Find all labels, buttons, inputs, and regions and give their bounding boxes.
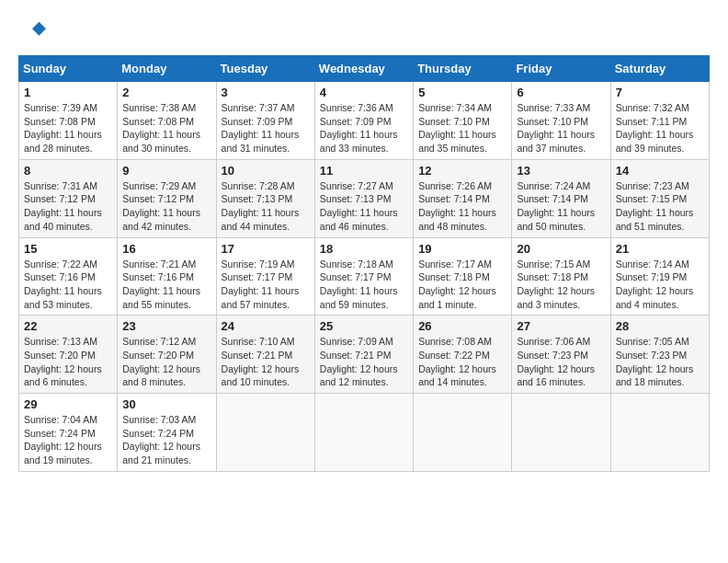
- calendar-day-cell: 10 Sunrise: 7:28 AMSunset: 7:13 PMDaylig…: [216, 159, 314, 237]
- page-header: [18, 18, 710, 46]
- day-detail: Sunrise: 7:24 AMSunset: 7:14 PMDaylight:…: [517, 180, 595, 232]
- day-detail: Sunrise: 7:32 AMSunset: 7:11 PMDaylight:…: [616, 102, 694, 154]
- calendar-day-cell: 20 Sunrise: 7:15 AMSunset: 7:18 PMDaylig…: [512, 237, 610, 316]
- day-number: 15: [24, 242, 112, 256]
- day-detail: Sunrise: 7:28 AMSunset: 7:13 PMDaylight:…: [222, 180, 300, 232]
- day-number: 10: [222, 164, 310, 178]
- calendar-week-row: 29 Sunrise: 7:04 AMSunset: 7:24 PMDaylig…: [19, 394, 710, 472]
- day-detail: Sunrise: 7:21 AMSunset: 7:16 PMDaylight:…: [122, 259, 200, 310]
- day-detail: Sunrise: 7:27 AMSunset: 7:13 PMDaylight:…: [320, 180, 398, 232]
- day-detail: Sunrise: 7:17 AMSunset: 7:18 PMDaylight:…: [418, 259, 496, 310]
- weekday-header-saturday: Saturday: [610, 56, 709, 82]
- calendar-day-cell: 23 Sunrise: 7:12 AMSunset: 7:20 PMDaylig…: [118, 316, 216, 394]
- day-number: 25: [320, 319, 408, 333]
- calendar-week-row: 8 Sunrise: 7:31 AMSunset: 7:12 PMDayligh…: [19, 159, 710, 237]
- day-number: 30: [122, 397, 210, 411]
- day-detail: Sunrise: 7:22 AMSunset: 7:16 PMDaylight:…: [24, 259, 102, 310]
- calendar-day-cell: 18 Sunrise: 7:18 AMSunset: 7:17 PMDaylig…: [314, 237, 413, 316]
- day-number: 11: [320, 164, 408, 178]
- day-number: 12: [418, 164, 506, 178]
- calendar-day-cell: 13 Sunrise: 7:24 AMSunset: 7:14 PMDaylig…: [512, 159, 610, 237]
- day-number: 3: [222, 86, 310, 99]
- calendar-day-cell: 27 Sunrise: 7:06 AMSunset: 7:23 PMDaylig…: [512, 316, 610, 394]
- weekday-header-monday: Monday: [118, 56, 216, 82]
- calendar-day-cell: 3 Sunrise: 7:37 AMSunset: 7:09 PMDayligh…: [216, 82, 314, 160]
- day-detail: Sunrise: 7:15 AMSunset: 7:18 PMDaylight:…: [517, 259, 595, 310]
- day-detail: Sunrise: 7:19 AMSunset: 7:17 PMDaylight:…: [222, 259, 300, 310]
- day-detail: Sunrise: 7:03 AMSunset: 7:24 PMDaylight:…: [122, 414, 200, 465]
- calendar-day-cell: [610, 394, 709, 472]
- calendar-day-cell: 14 Sunrise: 7:23 AMSunset: 7:15 PMDaylig…: [610, 159, 709, 237]
- calendar-day-cell: 21 Sunrise: 7:14 AMSunset: 7:19 PMDaylig…: [610, 237, 709, 316]
- day-detail: Sunrise: 7:06 AMSunset: 7:23 PMDaylight:…: [517, 336, 595, 387]
- weekday-header-sunday: Sunday: [19, 56, 118, 82]
- calendar-day-cell: 29 Sunrise: 7:04 AMSunset: 7:24 PMDaylig…: [19, 394, 118, 472]
- day-number: 22: [24, 319, 112, 333]
- calendar-day-cell: 15 Sunrise: 7:22 AMSunset: 7:16 PMDaylig…: [19, 237, 118, 316]
- calendar-day-cell: [414, 394, 512, 472]
- day-detail: Sunrise: 7:12 AMSunset: 7:20 PMDaylight:…: [122, 336, 200, 387]
- day-number: 5: [418, 86, 506, 99]
- weekday-header-wednesday: Wednesday: [314, 56, 413, 82]
- day-number: 4: [320, 86, 408, 99]
- day-number: 1: [24, 86, 112, 99]
- day-number: 14: [616, 164, 704, 178]
- day-number: 21: [616, 242, 704, 256]
- calendar-day-cell: 9 Sunrise: 7:29 AMSunset: 7:12 PMDayligh…: [118, 159, 216, 237]
- calendar-day-cell: [314, 394, 413, 472]
- calendar-day-cell: 6 Sunrise: 7:33 AMSunset: 7:10 PMDayligh…: [512, 82, 610, 160]
- calendar-day-cell: 1 Sunrise: 7:39 AMSunset: 7:08 PMDayligh…: [19, 82, 118, 160]
- svg-marker-0: [32, 22, 46, 36]
- day-number: 18: [320, 242, 408, 256]
- day-detail: Sunrise: 7:10 AMSunset: 7:21 PMDaylight:…: [222, 336, 300, 387]
- day-detail: Sunrise: 7:18 AMSunset: 7:17 PMDaylight:…: [320, 259, 398, 310]
- calendar-week-row: 22 Sunrise: 7:13 AMSunset: 7:20 PMDaylig…: [19, 316, 710, 394]
- day-number: 2: [122, 86, 210, 99]
- day-detail: Sunrise: 7:38 AMSunset: 7:08 PMDaylight:…: [122, 102, 200, 154]
- day-detail: Sunrise: 7:37 AMSunset: 7:09 PMDaylight:…: [222, 102, 300, 154]
- day-detail: Sunrise: 7:39 AMSunset: 7:08 PMDaylight:…: [24, 102, 102, 154]
- calendar-day-cell: 7 Sunrise: 7:32 AMSunset: 7:11 PMDayligh…: [610, 82, 709, 160]
- weekday-header-tuesday: Tuesday: [216, 56, 314, 82]
- weekday-header-thursday: Thursday: [414, 56, 512, 82]
- calendar-day-cell: 30 Sunrise: 7:03 AMSunset: 7:24 PMDaylig…: [118, 394, 216, 472]
- calendar-day-cell: 5 Sunrise: 7:34 AMSunset: 7:10 PMDayligh…: [414, 82, 512, 160]
- calendar-day-cell: [512, 394, 610, 472]
- calendar-day-cell: 22 Sunrise: 7:13 AMSunset: 7:20 PMDaylig…: [19, 316, 118, 394]
- day-detail: Sunrise: 7:04 AMSunset: 7:24 PMDaylight:…: [24, 414, 102, 465]
- calendar-day-cell: 24 Sunrise: 7:10 AMSunset: 7:21 PMDaylig…: [216, 316, 314, 394]
- calendar-week-row: 15 Sunrise: 7:22 AMSunset: 7:16 PMDaylig…: [19, 237, 710, 316]
- day-detail: Sunrise: 7:31 AMSunset: 7:12 PMDaylight:…: [24, 180, 102, 232]
- calendar-day-cell: 19 Sunrise: 7:17 AMSunset: 7:18 PMDaylig…: [414, 237, 512, 316]
- calendar-day-cell: [216, 394, 314, 472]
- calendar-day-cell: 25 Sunrise: 7:09 AMSunset: 7:21 PMDaylig…: [314, 316, 413, 394]
- day-number: 7: [616, 86, 704, 99]
- day-detail: Sunrise: 7:34 AMSunset: 7:10 PMDaylight:…: [418, 102, 496, 154]
- day-detail: Sunrise: 7:09 AMSunset: 7:21 PMDaylight:…: [320, 336, 398, 387]
- day-number: 29: [24, 397, 112, 411]
- day-number: 13: [517, 164, 605, 178]
- day-number: 9: [122, 164, 210, 178]
- day-detail: Sunrise: 7:23 AMSunset: 7:15 PMDaylight:…: [616, 180, 694, 232]
- logo-icon: [18, 18, 46, 46]
- day-number: 17: [222, 242, 310, 256]
- calendar-day-cell: 11 Sunrise: 7:27 AMSunset: 7:13 PMDaylig…: [314, 159, 413, 237]
- calendar-day-cell: 16 Sunrise: 7:21 AMSunset: 7:16 PMDaylig…: [118, 237, 216, 316]
- day-number: 26: [418, 319, 506, 333]
- day-number: 8: [24, 164, 112, 178]
- calendar-day-cell: 12 Sunrise: 7:26 AMSunset: 7:14 PMDaylig…: [414, 159, 512, 237]
- day-number: 6: [517, 86, 605, 99]
- calendar-week-row: 1 Sunrise: 7:39 AMSunset: 7:08 PMDayligh…: [19, 82, 710, 160]
- day-detail: Sunrise: 7:33 AMSunset: 7:10 PMDaylight:…: [517, 102, 595, 154]
- calendar-table: SundayMondayTuesdayWednesdayThursdayFrid…: [18, 55, 710, 472]
- day-detail: Sunrise: 7:08 AMSunset: 7:22 PMDaylight:…: [418, 336, 496, 387]
- day-detail: Sunrise: 7:05 AMSunset: 7:23 PMDaylight:…: [616, 336, 694, 387]
- day-detail: Sunrise: 7:36 AMSunset: 7:09 PMDaylight:…: [320, 102, 398, 154]
- day-number: 16: [122, 242, 210, 256]
- day-number: 19: [418, 242, 506, 256]
- calendar-day-cell: 8 Sunrise: 7:31 AMSunset: 7:12 PMDayligh…: [19, 159, 118, 237]
- day-detail: Sunrise: 7:26 AMSunset: 7:14 PMDaylight:…: [418, 180, 496, 232]
- day-detail: Sunrise: 7:13 AMSunset: 7:20 PMDaylight:…: [24, 336, 102, 387]
- day-number: 28: [616, 319, 704, 333]
- calendar-day-cell: 17 Sunrise: 7:19 AMSunset: 7:17 PMDaylig…: [216, 237, 314, 316]
